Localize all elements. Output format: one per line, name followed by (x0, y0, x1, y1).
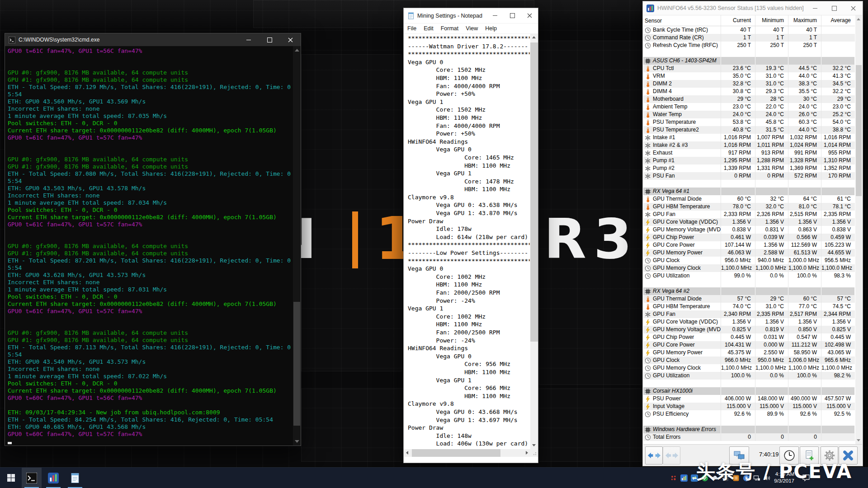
sensor-row[interactable]: DIMM 430.8 °C29.3 °C35.5 °C32.2 °C (643, 88, 855, 95)
sensor-row[interactable]: Intake #11,016 RPM1,007 RPM1,032 RPM1,01… (643, 134, 855, 141)
hwinfo-minimize-button[interactable] (806, 1, 825, 15)
cmd-output[interactable]: GPU0 t=61C fan=47%, GPU1 t=56C fan=47% G… (5, 46, 293, 446)
notepad-horizontal-scrollbar[interactable] (404, 449, 530, 457)
column-current[interactable]: Current (721, 15, 755, 26)
sensor-row[interactable]: GPU Core Voltage (VDDC)1.356 V1.356 V1.3… (643, 318, 855, 326)
notepad-minimize-button[interactable] (486, 8, 504, 23)
column-minimum[interactable]: Minimum (755, 15, 788, 26)
sensor-row[interactable]: Ambient Temp23.0 °C22.0 °C24.0 °C23.0 °C (643, 103, 855, 111)
scroll-up-icon[interactable] (857, 18, 860, 20)
sensor-row[interactable]: GPU HBM Temperature78.0 °C32.0 °C81.0 °C… (643, 203, 855, 211)
cmd-minimize-button[interactable] (238, 33, 259, 46)
sensor-group-header[interactable]: RX Vega 64 #2 (643, 287, 855, 295)
sensor-row[interactable]: GPU Utilization100.0 %0.0 %100.0 %98.2 % (643, 372, 855, 380)
sensor-row[interactable]: GPU Chip Power0.461 W0.039 W0.566 W0.459… (643, 234, 855, 241)
hwinfo-tray-icon[interactable] (680, 474, 688, 482)
sensor-group-header[interactable]: Windows Hardware Errors (643, 426, 855, 433)
column-average[interactable]: Average (821, 15, 855, 26)
sensor-row[interactable]: GPU HBM Temperature74.0 °C31.0 °C77.0 °C… (643, 303, 855, 310)
sensor-row[interactable]: Pump #21,339 RPM1,331 RPM1,369 RPM1,352 … (643, 164, 855, 172)
sensor-row[interactable]: Water Temp24.0 °C24.0 °C26.0 °C25.2 °C (643, 111, 855, 118)
column-sensor[interactable]: Sensor (643, 15, 721, 26)
hwinfo-titlebar[interactable]: HWiNFO64 v5.56-3230 Sensor Status [135 v… (643, 1, 863, 15)
menu-item-edit[interactable]: Edit (420, 25, 437, 32)
sensor-group-header[interactable]: ASUS CH6 - 1403-SP42M (643, 57, 855, 65)
hwinfo-scrollbar[interactable] (855, 15, 862, 444)
scroll-up-icon[interactable] (295, 49, 299, 52)
fan-icon (645, 142, 651, 149)
scroll-left-icon[interactable] (406, 451, 408, 455)
sensor-row[interactable]: Motherboard29 °C28 °C30 °C29 °C (643, 95, 855, 103)
notepad-hscroll-thumb[interactable] (412, 449, 500, 457)
sensor-row[interactable]: PSU Temperature240.8 °C31.5 °C44.0 °C38.… (643, 126, 855, 134)
scroll-down-icon[interactable] (857, 439, 860, 441)
hwinfo-scrollbar-thumb[interactable] (856, 65, 862, 196)
sensor-row[interactable]: GPU Thermal Diode60 °C32 °C64 °C61 °C (643, 195, 855, 203)
sensor-group-header[interactable]: RX Vega 64 #1 (643, 188, 855, 195)
notepad-vertical-scrollbar[interactable] (530, 33, 538, 449)
cmd-titlebar[interactable]: C:\WINDOWS\system32\cmd.exe (5, 33, 301, 46)
scroll-down-icon[interactable] (295, 440, 299, 443)
sensor-row[interactable]: GPU Memory Power45.375 W2.550 W58.950 W4… (643, 349, 855, 357)
sensor-row[interactable]: Bank Cycle Time (tRC)40 T40 T40 T (643, 26, 855, 34)
menu-item-file[interactable]: File (404, 25, 420, 32)
cmd-close-button[interactable] (280, 33, 301, 46)
miner-tray-icon[interactable] (670, 474, 677, 482)
taskbar-item-notepad[interactable] (65, 468, 85, 488)
sensor-row[interactable]: Total Errors000 (643, 433, 855, 441)
hwinfo-maximize-button[interactable] (825, 1, 844, 15)
sensor-value: 1 T (788, 34, 821, 42)
sensor-row[interactable]: Command Rate (CR)1 T1 T1 T (643, 34, 855, 42)
sensor-row[interactable]: GPU Clock966.0 MHz950.0 MHz1,006.0 MHz96… (643, 357, 855, 364)
sensor-row[interactable]: DIMM 232.8 °C31.0 °C38.3 °C34.5 °C (643, 80, 855, 88)
sensor-row[interactable]: GPU Memory Voltage (MVDDC)0.825 V0.819 V… (643, 326, 855, 333)
sensor-row[interactable]: PSU Temperature53.8 °C45.8 °C60.3 °C54.0… (643, 118, 855, 126)
sensor-row[interactable]: PSU Fan0 RPM0 RPM572 RPM170 RPM (643, 172, 855, 180)
taskbar-item-hwinfo[interactable] (43, 468, 63, 488)
sensor-row[interactable]: GPU Thermal Diode57 °C29 °C60 °C57 °C (643, 295, 855, 303)
sensor-row[interactable]: GPU Fan2,340 RPM2,335 RPM2,517 RPM2,344 … (643, 310, 855, 318)
sensor-group-header[interactable]: Corsair HX1000i (643, 387, 855, 395)
notepad-vscroll-thumb[interactable] (530, 42, 538, 342)
start-button[interactable] (0, 468, 22, 488)
cmd-maximize-button[interactable] (259, 33, 280, 46)
notepad-text-area[interactable]: *********************************** ----… (404, 33, 530, 449)
scroll-right-icon[interactable] (526, 451, 528, 455)
menu-item-view[interactable]: View (462, 25, 481, 32)
scroll-up-icon[interactable] (532, 36, 536, 38)
sensor-row[interactable]: GPU Clock956.0 MHz940.0 MHz1,000.0 MHz95… (643, 257, 855, 264)
notepad-resize-grip[interactable] (530, 449, 538, 457)
taskbar-item-cmd[interactable] (22, 468, 42, 488)
sensor-row[interactable]: GPU Memory Power46.063 W2.588 W61.513 W4… (643, 249, 855, 257)
nav-arrows-in-button[interactable] (663, 446, 680, 465)
cmd-scrollbar-thumb[interactable] (293, 302, 300, 426)
sensor-row[interactable]: GPU Core Power104.431 W0.000 W111.212 W1… (643, 341, 855, 349)
sensor-row[interactable]: GPU Memory Clock1,100.0 MHz1,100.0 MHz1,… (643, 264, 855, 272)
cmd-scrollbar[interactable] (293, 46, 301, 446)
sensor-row[interactable]: Exhaust917 RPM913 RPM991 RPM955 RPM (643, 149, 855, 157)
hwinfo-close-button[interactable] (844, 1, 863, 15)
notepad-maximize-button[interactable] (504, 8, 521, 23)
menu-item-help[interactable]: Help (481, 25, 500, 32)
sensor-row[interactable]: GPU Memory Voltage (MVDDC)0.838 V0.831 V… (643, 226, 855, 234)
nav-arrows-out-button[interactable] (645, 446, 663, 465)
sensor-row[interactable]: GPU Chip Power0.445 W0.031 W0.547 W0.445… (643, 333, 855, 341)
notepad-close-button[interactable] (521, 8, 538, 23)
sensor-row[interactable]: PSU Efficiency92.6 %89.9 %92.6 %92.5 % (643, 410, 855, 418)
sensor-row[interactable]: Refresh Cycle Time (tRFC)250 T250 T250 T (643, 42, 855, 49)
sensor-row[interactable]: CPU Tctl23.6 °C19.3 °C44.5 °C32.2 °C (643, 65, 855, 72)
sensor-row[interactable]: GPU Core Power107.144 W1.356 W112.569 W1… (643, 241, 855, 249)
sensor-row[interactable]: PSU Power406.000 W148.000 W490.000 W457.… (643, 395, 855, 403)
sensor-row[interactable]: GPU Core Voltage (VDDC)1.356 V1.356 V1.3… (643, 218, 855, 226)
menu-item-format[interactable]: Format (437, 25, 462, 32)
sensor-row[interactable]: Input Voltage115.000 V115.000 V115.000 V… (643, 403, 855, 410)
scroll-down-icon[interactable] (532, 444, 536, 446)
sensor-row[interactable]: GPU Utilization99.0 %0.0 %100.0 %98.3 % (643, 272, 855, 280)
sensor-row[interactable]: VRM35.0 °C31.0 °C44.0 °C41.3 °C (643, 72, 855, 80)
notepad-titlebar[interactable]: Mining Settings - Notepad (404, 8, 538, 23)
sensor-row[interactable]: Pump #11,295 RPM1,288 RPM1,328 RPM1,310 … (643, 157, 855, 164)
sensor-row[interactable]: GPU Fan2,333 RPM2,326 RPM2,515 RPM2,335 … (643, 211, 855, 218)
sensor-row[interactable]: Intake #2 & #31,016 RPM1,011 RPM1,024 RP… (643, 141, 855, 149)
column-maximum[interactable]: Maximum (788, 15, 821, 26)
sensor-row[interactable]: GPU Memory Clock1,100.0 MHz1,100.0 MHz1,… (643, 364, 855, 372)
